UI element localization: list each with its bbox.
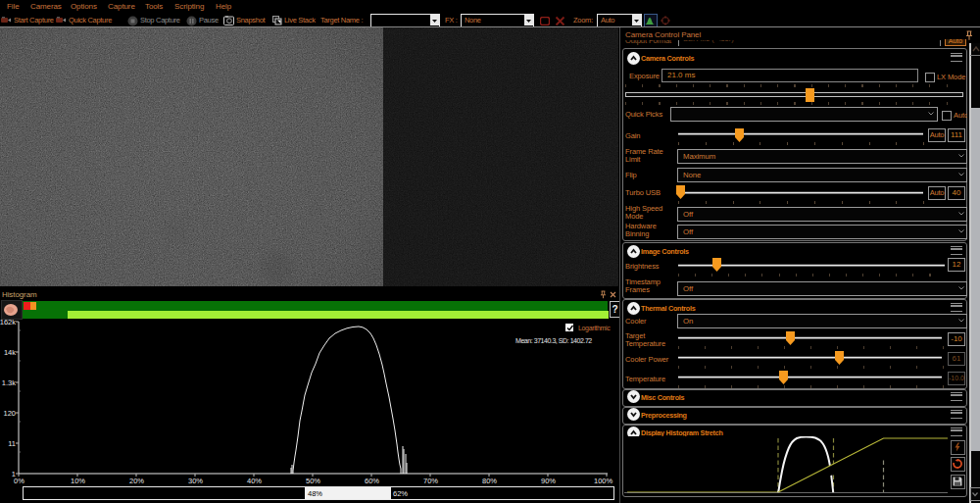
svg-text:30%: 30% — [188, 477, 203, 485]
svg-text:120: 120 — [3, 409, 16, 418]
svg-text:11: 11 — [8, 439, 16, 448]
svg-text:0%: 0% — [14, 477, 24, 485]
svg-text:40%: 40% — [247, 477, 262, 485]
svg-text:14k: 14k — [4, 348, 16, 357]
svg-text:70%: 70% — [423, 477, 438, 485]
svg-text:10%: 10% — [71, 477, 85, 485]
svg-text:1.3k: 1.3k — [2, 378, 16, 387]
svg-text:100%: 100% — [594, 477, 613, 485]
svg-text:50%: 50% — [306, 477, 320, 485]
svg-text:20%: 20% — [129, 477, 144, 485]
svg-text:60%: 60% — [365, 477, 379, 485]
svg-text:162k: 162k — [0, 319, 16, 327]
svg-text:80%: 80% — [482, 477, 497, 485]
svg-text:90%: 90% — [541, 477, 556, 485]
